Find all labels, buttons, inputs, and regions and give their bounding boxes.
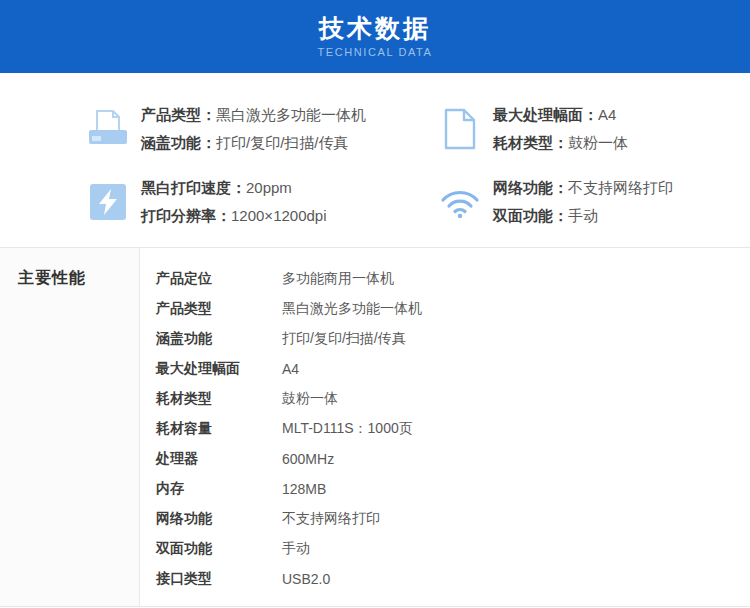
feature-value: 手动 [568, 207, 598, 224]
spec-row-value: 多功能商用一体机 [282, 270, 394, 288]
wifi-icon [440, 174, 480, 230]
feature-line: 打印分辨率：1200×1200dpi [141, 202, 327, 230]
lightning-icon [88, 174, 128, 230]
spec-row: 双面功能手动 [140, 534, 750, 564]
feature-label: 打印分辨率： [141, 207, 231, 224]
spec-row-value: USB2.0 [282, 571, 330, 587]
feature-print-speed: 黑白打印速度：20ppm 打印分辨率：1200×1200dpi [88, 174, 440, 231]
feature-value: 不支持网络打印 [568, 179, 673, 196]
banner-title: 技术数据 [319, 15, 431, 43]
spec-row-value: 600MHz [282, 451, 334, 467]
feature-line: 产品类型：黑白激光多功能一体机 [141, 101, 366, 129]
spec-row-value: 鼓粉一体 [282, 390, 338, 408]
spec-row-label: 耗材容量 [140, 420, 282, 438]
spec-row-value: 128MB [282, 481, 326, 497]
feature-value: 鼓粉一体 [568, 134, 628, 151]
spec-row-label: 最大处理幅面 [140, 360, 282, 378]
section-side-panel: 主要性能 [0, 248, 140, 606]
feature-line: 双面功能：手动 [493, 202, 673, 230]
spec-row-label: 双面功能 [140, 540, 282, 558]
feature-network: 网络功能：不支持网络打印 双面功能：手动 [440, 174, 750, 231]
feature-value: 打印/复印/扫描/传真 [216, 134, 349, 151]
spec-row: 产品定位多功能商用一体机 [140, 264, 750, 294]
printer-icon [88, 101, 128, 157]
feature-value: 20ppm [246, 179, 292, 196]
feature-label: 黑白打印速度： [141, 179, 246, 196]
spec-row: 耗材容量MLT-D111S：1000页 [140, 414, 750, 444]
feature-line: 最大处理幅面：A4 [493, 101, 628, 129]
spec-row: 最大处理幅面A4 [140, 354, 750, 384]
main-performance-section: 主要性能 产品定位多功能商用一体机产品类型黑白激光多功能一体机涵盖功能打印/复印… [0, 247, 750, 607]
spec-row-label: 耗材类型 [140, 390, 282, 408]
feature-product-type: 产品类型：黑白激光多功能一体机 涵盖功能：打印/复印/扫描/传真 [88, 101, 440, 158]
spec-table: 产品定位多功能商用一体机产品类型黑白激光多功能一体机涵盖功能打印/复印/扫描/传… [140, 248, 750, 606]
spec-row: 处理器600MHz [140, 444, 750, 474]
spec-row-label: 接口类型 [140, 570, 282, 588]
feature-value: 1200×1200dpi [231, 207, 327, 224]
spec-row-value: A4 [282, 361, 299, 377]
spec-row: 接口类型USB2.0 [140, 564, 750, 594]
spec-row-label: 处理器 [140, 450, 282, 468]
feature-label: 涵盖功能： [141, 134, 216, 151]
spec-row-value: 手动 [282, 540, 310, 558]
feature-line: 耗材类型：鼓粉一体 [493, 129, 628, 157]
technical-data-banner: 技术数据 TECHNICAL DATA [0, 0, 750, 73]
document-icon [440, 101, 480, 157]
spec-row-label: 网络功能 [140, 510, 282, 528]
spec-row-label: 内存 [140, 480, 282, 498]
feature-label: 双面功能： [493, 207, 568, 224]
banner-subtitle: TECHNICAL DATA [317, 46, 432, 58]
feature-max-size: 最大处理幅面：A4 耗材类型：鼓粉一体 [440, 101, 750, 158]
feature-label: 最大处理幅面： [493, 106, 598, 123]
feature-value: A4 [598, 106, 616, 123]
spec-row-label: 产品类型 [140, 300, 282, 318]
spec-row-value: 不支持网络打印 [282, 510, 380, 528]
spec-row-value: 黑白激光多功能一体机 [282, 300, 422, 318]
spec-row: 内存128MB [140, 474, 750, 504]
spec-row: 涵盖功能打印/复印/扫描/传真 [140, 324, 750, 354]
feature-value: 黑白激光多功能一体机 [216, 106, 366, 123]
feature-label: 网络功能： [493, 179, 568, 196]
feature-label: 产品类型： [141, 106, 216, 123]
feature-line: 网络功能：不支持网络打印 [493, 174, 673, 202]
spec-row: 耗材类型鼓粉一体 [140, 384, 750, 414]
feature-label: 耗材类型： [493, 134, 568, 151]
feature-line: 涵盖功能：打印/复印/扫描/传真 [141, 129, 366, 157]
feature-line: 黑白打印速度：20ppm [141, 174, 327, 202]
features-grid: 产品类型：黑白激光多功能一体机 涵盖功能：打印/复印/扫描/传真 最大处理幅面：… [0, 73, 750, 247]
spec-row-value: 打印/复印/扫描/传真 [282, 330, 406, 348]
spec-row-value: MLT-D111S：1000页 [282, 420, 413, 438]
spec-row-label: 产品定位 [140, 270, 282, 288]
spec-row: 产品类型黑白激光多功能一体机 [140, 294, 750, 324]
spec-row-label: 涵盖功能 [140, 330, 282, 348]
spec-row: 网络功能不支持网络打印 [140, 504, 750, 534]
section-title: 主要性能 [18, 268, 139, 289]
